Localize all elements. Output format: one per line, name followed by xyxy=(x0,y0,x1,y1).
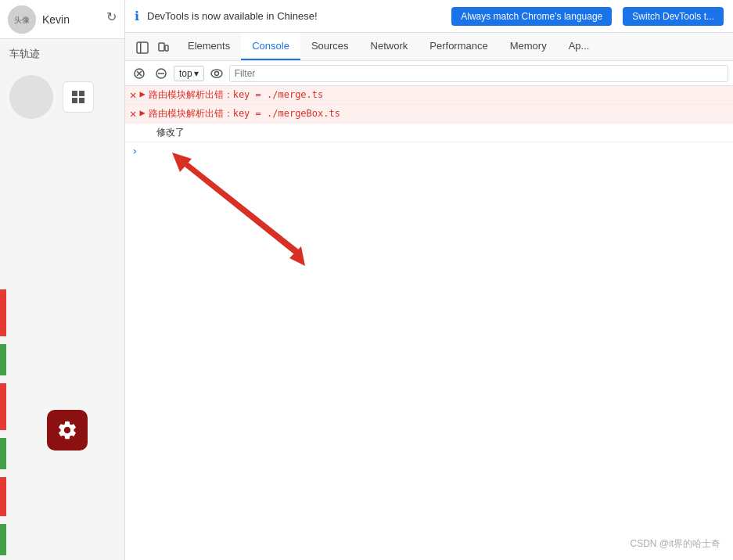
sidebar-label: 车轨迹 xyxy=(9,47,40,61)
dropdown-arrow: ▾ xyxy=(194,68,199,79)
svg-point-16 xyxy=(214,71,218,75)
tab-performance[interactable]: Performance xyxy=(419,33,498,60)
expand-icon-1[interactable]: ▶ xyxy=(139,88,145,99)
sidebar-toggle-icon[interactable] xyxy=(133,38,152,57)
console-cursor-row[interactable]: › xyxy=(125,142,733,160)
tab-elements[interactable]: Elements xyxy=(177,33,241,60)
console-error-row-1: ✕ ▶ 路由模块解析出错：key = ./merge.ts xyxy=(125,86,733,105)
color-strip-green-2 xyxy=(0,438,6,469)
context-selector[interactable]: top ▾ xyxy=(174,66,204,81)
match-language-button[interactable]: Always match Chrome's language xyxy=(451,7,612,26)
color-strip-red-2 xyxy=(0,383,6,430)
error-circle-icon-1: ✕ xyxy=(130,88,136,101)
console-error-text-1: 路由模块解析出错：key = ./merge.ts xyxy=(149,88,324,102)
notification-text: DevTools is now available in Chinese! xyxy=(147,10,444,22)
svg-text:头像: 头像 xyxy=(14,16,30,24)
color-strip-red-1 xyxy=(0,289,6,336)
color-strip-red-3 xyxy=(0,477,6,516)
svg-rect-3 xyxy=(79,91,84,96)
tab-app[interactable]: Ap... xyxy=(558,33,601,60)
refresh-icon[interactable]: ↻ xyxy=(106,9,117,24)
eye-icon[interactable] xyxy=(207,64,226,83)
svg-rect-9 xyxy=(165,45,168,51)
user-header: 头像 Kevin ↻ xyxy=(0,0,124,39)
svg-rect-4 xyxy=(72,98,77,103)
expand-icon-2[interactable]: ▶ xyxy=(139,107,145,118)
device-toolbar-icon[interactable] xyxy=(153,38,172,57)
context-value: top xyxy=(179,68,192,79)
filter-input[interactable] xyxy=(229,65,728,82)
clear-console-icon[interactable] xyxy=(130,64,149,83)
profile-circle xyxy=(9,75,53,119)
svg-rect-8 xyxy=(159,43,164,51)
svg-rect-2 xyxy=(72,91,77,96)
console-prompt-icon: › xyxy=(131,145,138,157)
console-log-text: 修改了 xyxy=(156,126,185,139)
tab-icon-group xyxy=(128,35,177,60)
switch-devtools-button[interactable]: Switch DevTools t... xyxy=(623,7,724,26)
color-strip-green-3 xyxy=(0,524,6,555)
block-icon[interactable] xyxy=(152,64,171,83)
console-log-row: 修改了 xyxy=(125,124,733,142)
svg-rect-5 xyxy=(79,98,84,103)
console-toolbar: top ▾ xyxy=(125,61,733,86)
user-name: Kevin xyxy=(42,13,70,26)
svg-rect-6 xyxy=(137,42,148,53)
notification-bar: ℹ DevTools is now available in Chinese! … xyxy=(125,0,733,33)
tab-sources[interactable]: Sources xyxy=(300,33,360,60)
settings-button[interactable] xyxy=(47,410,88,451)
left-sidebar: 头像 Kevin ↻ 车轨迹 xyxy=(0,0,125,560)
console-error-text-2: 路由模块解析出错：key = ./mergeBox.ts xyxy=(149,107,340,120)
color-strip-green-1 xyxy=(0,344,6,375)
tab-console[interactable]: Console xyxy=(241,33,300,60)
svg-point-15 xyxy=(211,70,222,77)
svg-rect-7 xyxy=(140,42,142,53)
console-error-row-2: ✕ ▶ 路由模块解析出错：key = ./mergeBox.ts xyxy=(125,105,733,124)
error-circle-icon-2: ✕ xyxy=(130,107,136,120)
watermark: CSDN @it界的哈士奇 xyxy=(630,537,720,551)
tab-memory[interactable]: Memory xyxy=(499,33,558,60)
tab-network[interactable]: Network xyxy=(360,33,419,60)
grid-icon[interactable] xyxy=(63,81,94,113)
tab-bar: Elements Console Sources Network Perform… xyxy=(125,33,733,61)
console-output: ✕ ▶ 路由模块解析出错：key = ./merge.ts ✕ ▶ 路由模块解析… xyxy=(125,86,733,560)
devtools-panel: ℹ DevTools is now available in Chinese! … xyxy=(125,0,733,560)
avatar: 头像 xyxy=(8,5,36,34)
info-icon: ℹ xyxy=(135,9,139,23)
